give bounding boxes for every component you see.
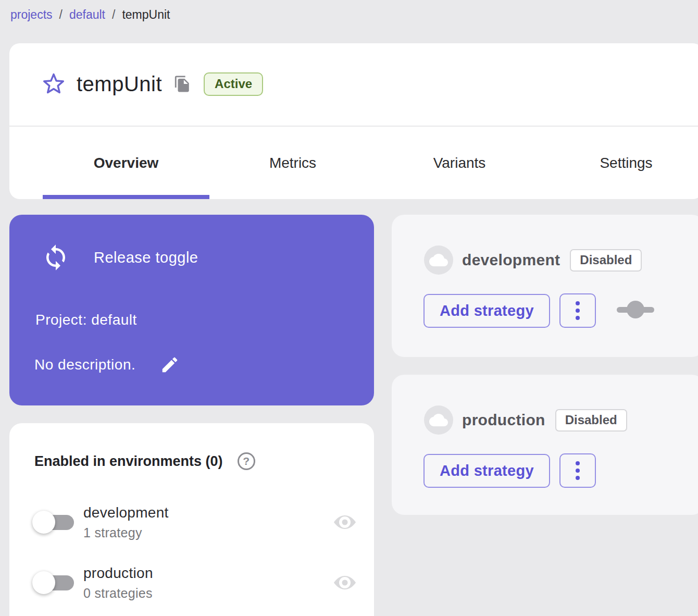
environment-toggle-row-development: development 1 strategy (32, 500, 360, 544)
breadcrumb-current: tempUnit (122, 8, 170, 22)
copy-feature-name-button[interactable] (172, 73, 192, 94)
edit-description-button[interactable] (159, 354, 180, 375)
enabled-environments-card: Enabled in environments (0) ? developmen… (9, 423, 374, 616)
breadcrumb-link-default[interactable]: default (69, 8, 105, 22)
toggle-type-row: Release toggle (42, 243, 198, 272)
kebab-icon (576, 301, 580, 320)
row-labels: development 1 strategy (83, 504, 169, 540)
enabled-environments-title: Enabled in environments (0) (34, 453, 223, 470)
breadcrumb-link-projects[interactable]: projects (10, 8, 53, 22)
environment-avatar (424, 245, 453, 275)
star-icon (42, 72, 65, 95)
environment-actions: Add strategy (423, 453, 596, 488)
environment-status-badge: Disabled (570, 249, 642, 272)
tab-bar: Overview Metrics Variants Settings (43, 127, 698, 199)
breadcrumb-separator: / (59, 8, 63, 22)
active-tab-indicator (43, 195, 209, 199)
row-labels: production 0 strategies (83, 565, 153, 601)
kebab-icon (576, 461, 580, 480)
pencil-icon (160, 355, 180, 375)
eye-icon (333, 512, 356, 533)
feature-title-row: tempUnit Active (42, 70, 263, 97)
environment-row-name: development (83, 504, 169, 521)
environment-name: development (462, 251, 560, 269)
add-strategy-button[interactable]: Add strategy (423, 294, 550, 328)
copy-icon (173, 75, 191, 93)
breadcrumb: projects / default / tempUnit (10, 8, 170, 22)
eye-icon (333, 572, 356, 593)
cloud-icon (429, 251, 448, 269)
switch-thumb (32, 571, 55, 594)
visibility-button[interactable] (333, 511, 356, 533)
switch-thumb (32, 511, 55, 534)
help-icon[interactable]: ? (238, 452, 255, 470)
environment-header: development Disabled (424, 245, 642, 275)
environment-row-name: production (83, 565, 153, 582)
page-title: tempUnit (77, 72, 162, 96)
release-toggle-card: Release toggle Project: default No descr… (9, 215, 374, 405)
toggle-type-label: Release toggle (94, 249, 198, 266)
environment-strategy-count: 0 strategies (83, 586, 153, 601)
tab-metrics[interactable]: Metrics (209, 127, 376, 199)
feature-header-card: tempUnit Active Overview Metrics Variant… (9, 43, 698, 199)
loop-arrows-icon (42, 243, 70, 272)
tab-variants[interactable]: Variants (376, 127, 543, 199)
status-badge: Active (204, 72, 263, 96)
environment-status-badge: Disabled (555, 409, 627, 432)
breadcrumb-separator: / (112, 8, 115, 22)
favorite-star-button[interactable] (42, 72, 65, 95)
more-options-button[interactable] (559, 453, 596, 488)
add-strategy-button[interactable]: Add strategy (423, 454, 550, 488)
environment-card-production: production Disabled Add strategy (392, 375, 698, 515)
development-enable-switch[interactable] (32, 511, 74, 534)
description-row: No description. (34, 354, 180, 375)
environment-name: production (462, 411, 545, 429)
project-label: Project: default (35, 312, 137, 328)
more-options-button[interactable] (559, 293, 596, 328)
description-text: No description. (34, 356, 135, 373)
enabled-title-row: Enabled in environments (0) ? (34, 452, 255, 470)
environment-toggle-row-production: production 0 strategies (32, 561, 360, 605)
environment-strategy-count: 1 strategy (83, 525, 169, 540)
environment-card-development: development Disabled Add strategy (392, 215, 698, 357)
environment-header: production Disabled (424, 405, 627, 435)
tab-overview[interactable]: Overview (43, 127, 209, 199)
production-enable-switch[interactable] (32, 571, 74, 594)
environment-avatar (424, 405, 453, 435)
environment-actions: Add strategy (423, 293, 657, 328)
rollout-strategy-icon[interactable] (614, 298, 657, 323)
visibility-button[interactable] (333, 572, 356, 594)
cloud-icon (429, 411, 448, 429)
tab-settings[interactable]: Settings (543, 127, 698, 199)
